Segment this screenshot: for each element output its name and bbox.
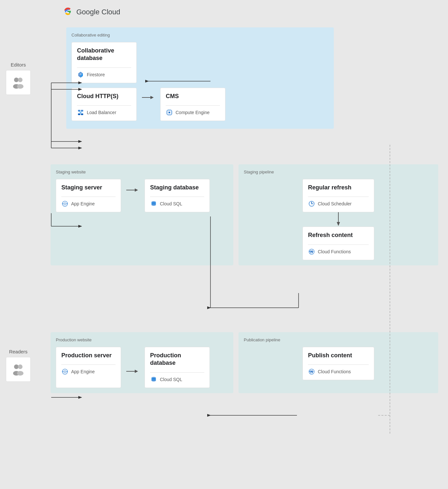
cloud-scheduler-label: Cloud Scheduler bbox=[318, 201, 352, 206]
svg-point-5 bbox=[18, 364, 23, 369]
svg-point-7 bbox=[17, 371, 23, 376]
production-db-title: Production database bbox=[150, 352, 204, 367]
staging-server-title: Staging server bbox=[61, 184, 116, 191]
staging-pipeline-section: Staging pipeline Regular refresh bbox=[239, 164, 438, 265]
app-engine-production-label: App Engine bbox=[71, 369, 95, 374]
staging-db-box: Staging database Cloud SQL bbox=[145, 179, 210, 212]
cms-box: CMS bbox=[160, 88, 225, 121]
svg-point-1 bbox=[18, 78, 23, 82]
cloud-functions-publish-label: Cloud Functions bbox=[318, 369, 351, 374]
production-server-service: App Engine bbox=[61, 368, 116, 375]
production-website-label: Production website bbox=[56, 337, 228, 342]
collab-bottom-row: Cloud HTTP(S) Load Balancer bbox=[71, 88, 329, 121]
cms-title: CMS bbox=[166, 93, 220, 100]
cloud-scheduler-icon bbox=[308, 200, 315, 207]
staging-website-row: Staging server App Eng bbox=[56, 179, 228, 212]
cloud-sql-icon-staging bbox=[150, 200, 157, 207]
staging-server-to-db-arrow bbox=[126, 187, 139, 193]
compute-engine-label: Compute Engine bbox=[176, 110, 209, 115]
svg-rect-9 bbox=[81, 110, 83, 111]
collab-editing-section: Collaborative editing Collaborative data… bbox=[66, 27, 334, 129]
svg-point-34 bbox=[65, 203, 66, 204]
cloud-http-title: Cloud HTTP(S) bbox=[77, 93, 131, 100]
staging-outer: Staging website Staging server bbox=[51, 164, 438, 265]
svg-point-0 bbox=[14, 78, 19, 82]
svg-point-37 bbox=[62, 203, 63, 204]
production-server-to-db-arrow bbox=[126, 355, 139, 388]
app-engine-staging-server-label: App Engine bbox=[71, 201, 95, 206]
cms-service: Compute Engine bbox=[166, 109, 220, 116]
svg-point-4 bbox=[14, 364, 19, 369]
cloud-functions-refresh-label: Cloud Functions bbox=[318, 249, 351, 254]
svg-point-54 bbox=[65, 371, 66, 372]
regular-refresh-service: Cloud Scheduler bbox=[308, 200, 369, 207]
svg-point-63 bbox=[151, 379, 156, 381]
staging-website-section: Staging website Staging server bbox=[51, 164, 233, 265]
svg-marker-16 bbox=[150, 96, 154, 99]
editors-section: Editors bbox=[6, 62, 31, 95]
editors-people-icon bbox=[11, 75, 25, 90]
app-engine-icon-production bbox=[61, 368, 69, 375]
cloud-sql-staging-label: Cloud SQL bbox=[160, 201, 182, 206]
regular-refresh-title: Regular refresh bbox=[308, 184, 369, 191]
readers-label: Readers bbox=[9, 349, 28, 354]
cloud-sql-production-label: Cloud SQL bbox=[160, 377, 182, 382]
arrow-right-production-icon bbox=[126, 368, 139, 375]
cloud-sql-icon-production bbox=[150, 376, 157, 383]
svg-marker-50 bbox=[337, 222, 340, 226]
arrow-right-icon bbox=[142, 94, 155, 101]
staging-db-title: Staging database bbox=[150, 184, 204, 191]
down-arrow-icon-1 bbox=[335, 212, 342, 227]
refresh-content-service: Cloud Functions bbox=[308, 248, 369, 255]
production-server-title: Production server bbox=[61, 352, 116, 359]
cloud-http-service: Load Balancer bbox=[77, 109, 131, 116]
svg-point-38 bbox=[67, 203, 68, 204]
readers-section: Readers bbox=[6, 349, 31, 382]
collab-top-row: Collaborative database Firestore bbox=[71, 42, 329, 83]
publication-pipeline-flow: Publish content Cloud Functions bbox=[244, 347, 433, 380]
refresh-content-title: Refresh content bbox=[308, 231, 369, 239]
staging-pipeline-flow: Regular refresh Cloud Scheduler bbox=[244, 179, 433, 260]
cloud-functions-icon-publish bbox=[308, 368, 315, 375]
svg-marker-60 bbox=[135, 370, 138, 373]
production-website-section: Production website Production server bbox=[51, 332, 233, 393]
staging-server-box: Staging server App Eng bbox=[56, 179, 121, 212]
staging-server-service: App Engine bbox=[61, 200, 116, 207]
collab-db-title: Collaborative database bbox=[77, 47, 131, 62]
diagram-area: Collaborative editing Collaborative data… bbox=[51, 24, 438, 479]
svg-marker-40 bbox=[135, 188, 138, 192]
svg-point-43 bbox=[151, 204, 156, 206]
google-cloud-text: Google Cloud bbox=[76, 8, 120, 16]
staging-website-label: Staging website bbox=[56, 170, 228, 174]
svg-point-57 bbox=[62, 371, 63, 372]
svg-rect-11 bbox=[81, 113, 83, 115]
production-server-box: Production server App bbox=[56, 347, 121, 388]
app-engine-icon-staging-server bbox=[61, 200, 69, 207]
production-db-service: Cloud SQL bbox=[150, 376, 204, 383]
load-balancer-label: Load Balancer bbox=[87, 110, 116, 115]
staging-pipeline-label: Staging pipeline bbox=[244, 170, 433, 174]
regular-refresh-box: Regular refresh Cloud Scheduler bbox=[302, 179, 374, 212]
pipeline-down-arrow-1 bbox=[335, 212, 342, 227]
refresh-content-box: Refresh content Cloud Functions bbox=[302, 227, 374, 260]
compute-engine-icon bbox=[166, 109, 173, 116]
production-db-box: Production database Cloud SQL bbox=[145, 347, 210, 388]
production-website-row: Production server App bbox=[56, 347, 228, 388]
svg-point-3 bbox=[17, 84, 23, 89]
publication-pipeline-label: Publication pipeline bbox=[244, 337, 433, 342]
cloud-http-box: Cloud HTTP(S) Load Balancer bbox=[71, 88, 137, 121]
http-to-cms-arrow bbox=[142, 94, 155, 101]
svg-point-58 bbox=[67, 371, 68, 372]
collab-db-service: Firestore bbox=[77, 71, 131, 78]
load-balancer-icon bbox=[77, 109, 84, 116]
google-cloud-logo-icon bbox=[62, 7, 74, 17]
cloud-functions-icon-refresh bbox=[308, 248, 315, 255]
production-outer: Production website Production server bbox=[51, 332, 438, 393]
svg-rect-10 bbox=[78, 113, 80, 115]
collab-db-box: Collaborative database Firestore bbox=[71, 42, 137, 83]
publish-content-box: Publish content Cloud Functions bbox=[302, 347, 374, 380]
svg-point-48 bbox=[311, 203, 312, 204]
svg-rect-19 bbox=[169, 112, 170, 113]
readers-people-icon bbox=[11, 362, 25, 377]
readers-icon-box bbox=[6, 357, 31, 382]
